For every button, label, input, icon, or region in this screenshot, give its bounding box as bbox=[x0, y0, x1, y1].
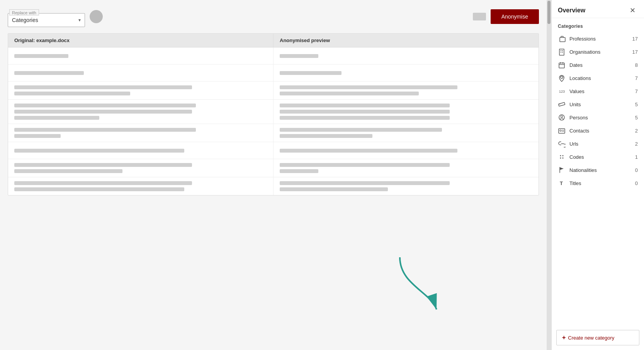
preview-header: Original: example.docx Anonymised previe… bbox=[8, 34, 539, 48]
dots-group-icon bbox=[558, 153, 566, 161]
category-item[interactable]: Contacts2 bbox=[552, 124, 644, 137]
text-block bbox=[14, 169, 122, 173]
original-cell bbox=[8, 177, 274, 195]
plus-icon: + bbox=[562, 334, 566, 341]
ruler-icon bbox=[558, 100, 566, 108]
text-block bbox=[280, 71, 342, 75]
original-cell bbox=[8, 100, 274, 124]
svg-point-18 bbox=[560, 130, 561, 131]
category-item[interactable]: Units5 bbox=[552, 98, 644, 111]
anonymised-header: Anonymised preview bbox=[274, 34, 539, 47]
table-row bbox=[8, 177, 539, 195]
numbers-icon: 123 bbox=[558, 87, 566, 95]
text-block bbox=[14, 163, 192, 167]
category-count: 17 bbox=[630, 36, 638, 42]
table-row bbox=[8, 100, 539, 124]
anonymize-button[interactable]: Anonymise bbox=[491, 9, 539, 24]
replace-with-label: Replace with bbox=[9, 9, 39, 15]
scrollbar[interactable] bbox=[547, 0, 551, 350]
category-name: Values bbox=[569, 88, 626, 94]
anonymised-cell bbox=[274, 65, 539, 81]
text-block bbox=[280, 149, 457, 153]
overview-panel: Overview ✕ Categories Professions17Organ… bbox=[551, 0, 644, 350]
original-cell bbox=[8, 48, 274, 64]
category-name: Persons bbox=[569, 115, 626, 121]
table-row bbox=[8, 142, 539, 159]
letter-t-icon: T bbox=[558, 179, 566, 187]
categories-section: Categories Professions17Organisations17D… bbox=[552, 18, 644, 327]
text-block bbox=[280, 128, 442, 132]
category-count: 17 bbox=[630, 49, 638, 55]
svg-point-22 bbox=[562, 155, 564, 156]
category-name: Organisations bbox=[569, 49, 626, 55]
category-count: 0 bbox=[630, 167, 638, 173]
category-item[interactable]: Dates8 bbox=[552, 58, 644, 71]
original-cell bbox=[8, 65, 274, 81]
original-cell bbox=[8, 159, 274, 177]
text-block bbox=[280, 92, 419, 95]
category-name: Units bbox=[569, 102, 626, 107]
category-count: 0 bbox=[630, 180, 638, 186]
text-block bbox=[14, 187, 184, 191]
text-block bbox=[280, 104, 450, 107]
text-block bbox=[14, 92, 130, 95]
text-block bbox=[280, 181, 450, 185]
category-item[interactable]: Urls2 bbox=[552, 137, 644, 150]
svg-point-21 bbox=[560, 155, 561, 156]
category-count: 2 bbox=[630, 141, 638, 147]
text-block bbox=[14, 134, 61, 138]
anonymised-cell bbox=[274, 177, 539, 195]
category-item[interactable]: Organisations17 bbox=[552, 45, 644, 58]
avatar bbox=[90, 10, 103, 23]
category-item[interactable]: Persons5 bbox=[552, 111, 644, 124]
close-button[interactable]: ✕ bbox=[627, 6, 638, 15]
scrollbar-thumb[interactable] bbox=[547, 1, 551, 24]
category-count: 5 bbox=[630, 115, 638, 121]
category-name: Professions bbox=[569, 36, 626, 42]
svg-rect-5 bbox=[561, 52, 561, 53]
category-item[interactable]: Locations7 bbox=[552, 71, 644, 85]
category-count: 8 bbox=[630, 62, 638, 68]
text-block bbox=[14, 71, 84, 75]
calendar-icon bbox=[558, 61, 566, 69]
text-block bbox=[280, 54, 318, 58]
categories-label: Categories bbox=[552, 21, 644, 32]
category-name: Locations bbox=[569, 75, 626, 81]
svg-rect-1 bbox=[560, 37, 565, 42]
text-block bbox=[280, 187, 388, 191]
text-block bbox=[280, 169, 318, 173]
text-block bbox=[14, 85, 192, 89]
svg-rect-17 bbox=[559, 129, 565, 133]
link-icon bbox=[558, 140, 566, 148]
category-item[interactable]: 123Values7 bbox=[552, 85, 644, 98]
category-count: 7 bbox=[630, 88, 638, 94]
svg-rect-3 bbox=[561, 50, 561, 51]
anonymised-cell bbox=[274, 159, 539, 177]
svg-point-11 bbox=[561, 76, 563, 78]
person-circle-icon bbox=[558, 114, 566, 121]
text-block bbox=[280, 110, 450, 114]
category-name: Titles bbox=[569, 180, 626, 186]
building-icon bbox=[558, 48, 566, 56]
category-name: Dates bbox=[569, 62, 626, 68]
svg-text:T: T bbox=[560, 180, 563, 186]
flag-icon bbox=[558, 166, 566, 174]
table-row bbox=[8, 159, 539, 177]
preview-table: Original: example.docx Anonymised previe… bbox=[8, 33, 539, 195]
toggle-switch[interactable] bbox=[473, 13, 486, 20]
svg-text:123: 123 bbox=[559, 90, 565, 93]
category-item[interactable]: Professions17 bbox=[552, 32, 644, 45]
category-item[interactable]: Nationalities0 bbox=[552, 163, 644, 177]
text-block bbox=[14, 104, 196, 107]
category-item[interactable]: Codes1 bbox=[552, 150, 644, 163]
table-row bbox=[8, 65, 539, 82]
text-block bbox=[14, 149, 184, 153]
create-category-button[interactable]: + Create new category bbox=[556, 330, 639, 345]
anonymised-cell bbox=[274, 100, 539, 124]
svg-rect-7 bbox=[559, 63, 564, 68]
table-row bbox=[8, 48, 539, 65]
categories-select[interactable]: Categories bbox=[12, 17, 72, 23]
table-row bbox=[8, 124, 539, 142]
category-count: 1 bbox=[630, 154, 638, 160]
category-item[interactable]: TTitles0 bbox=[552, 177, 644, 190]
